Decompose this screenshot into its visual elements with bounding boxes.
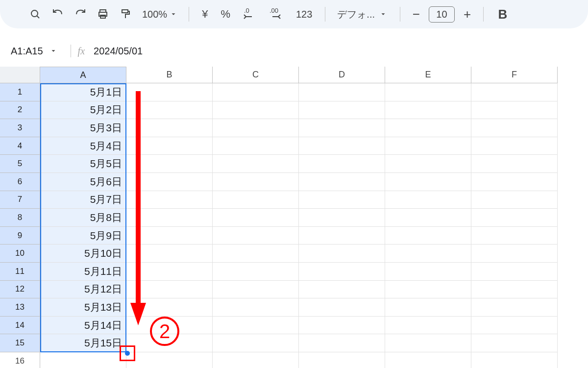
cell[interactable] bbox=[385, 209, 471, 227]
cell[interactable] bbox=[126, 281, 213, 299]
cell[interactable] bbox=[126, 352, 213, 368]
cell[interactable] bbox=[385, 173, 471, 191]
cell[interactable] bbox=[213, 83, 299, 101]
cell[interactable] bbox=[126, 83, 213, 101]
cell[interactable] bbox=[385, 191, 471, 209]
row-header[interactable]: 6 bbox=[0, 173, 40, 191]
cell[interactable] bbox=[471, 227, 558, 245]
cell[interactable] bbox=[471, 83, 558, 101]
undo-icon[interactable] bbox=[48, 4, 68, 24]
cell[interactable] bbox=[213, 227, 299, 245]
cell[interactable] bbox=[385, 101, 471, 120]
cell[interactable] bbox=[213, 101, 299, 120]
cell[interactable] bbox=[471, 173, 558, 191]
cell[interactable] bbox=[385, 334, 471, 352]
cell[interactable] bbox=[126, 137, 213, 155]
cell[interactable] bbox=[385, 227, 471, 245]
cell[interactable] bbox=[471, 209, 558, 227]
cell[interactable] bbox=[126, 101, 213, 120]
row-header[interactable]: 11 bbox=[0, 263, 40, 281]
cell[interactable] bbox=[126, 191, 213, 209]
cell[interactable] bbox=[213, 209, 299, 227]
column-header-e[interactable]: E bbox=[385, 67, 471, 83]
cell[interactable] bbox=[385, 245, 471, 263]
select-all-corner[interactable] bbox=[0, 67, 40, 83]
cell[interactable] bbox=[299, 155, 385, 173]
row-header[interactable]: 2 bbox=[0, 101, 40, 120]
format-currency-button[interactable]: ¥ bbox=[197, 8, 213, 21]
cell[interactable]: 5月10日 bbox=[40, 245, 126, 263]
font-size-input[interactable]: 10 bbox=[429, 6, 454, 23]
cell[interactable] bbox=[126, 317, 213, 335]
row-header[interactable]: 14 bbox=[0, 317, 40, 335]
cell[interactable]: 5月7日 bbox=[40, 191, 126, 209]
cell[interactable] bbox=[385, 119, 471, 137]
formula-input[interactable]: 2024/05/01 bbox=[94, 46, 143, 57]
row-header[interactable]: 15 bbox=[0, 334, 40, 352]
cell[interactable] bbox=[213, 119, 299, 137]
cell[interactable]: 5月6日 bbox=[40, 173, 126, 191]
cell[interactable] bbox=[213, 263, 299, 281]
cell[interactable] bbox=[299, 352, 385, 368]
cell[interactable] bbox=[126, 227, 213, 245]
cell[interactable] bbox=[385, 281, 471, 299]
row-header[interactable]: 8 bbox=[0, 209, 40, 227]
cell[interactable] bbox=[471, 119, 558, 137]
cell[interactable] bbox=[471, 245, 558, 263]
increase-decimal-button[interactable]: .00 bbox=[265, 6, 288, 23]
cell[interactable] bbox=[471, 317, 558, 335]
cell[interactable] bbox=[213, 245, 299, 263]
row-header[interactable]: 3 bbox=[0, 119, 40, 137]
row-header[interactable]: 16 bbox=[0, 352, 40, 368]
row-header[interactable]: 7 bbox=[0, 191, 40, 209]
cell[interactable] bbox=[299, 137, 385, 155]
cell[interactable] bbox=[299, 191, 385, 209]
cell[interactable] bbox=[213, 191, 299, 209]
cell[interactable] bbox=[299, 227, 385, 245]
cell[interactable] bbox=[299, 83, 385, 101]
cell[interactable] bbox=[471, 281, 558, 299]
cell[interactable] bbox=[299, 281, 385, 299]
cell[interactable] bbox=[385, 298, 471, 317]
cell[interactable] bbox=[385, 352, 471, 368]
cell[interactable] bbox=[471, 263, 558, 281]
cell[interactable] bbox=[385, 137, 471, 155]
cell[interactable]: 5月8日 bbox=[40, 209, 126, 227]
cell[interactable] bbox=[299, 101, 385, 120]
cell[interactable] bbox=[126, 263, 213, 281]
font-family-dropdown[interactable]: デフォ... bbox=[333, 8, 392, 21]
cell[interactable]: 5月1日 bbox=[40, 83, 126, 101]
cell[interactable]: 5月3日 bbox=[40, 119, 126, 137]
row-header[interactable]: 12 bbox=[0, 281, 40, 299]
cell[interactable] bbox=[471, 334, 558, 352]
column-header-c[interactable]: C bbox=[213, 67, 299, 83]
cell[interactable] bbox=[213, 173, 299, 191]
cell[interactable]: 5月14日 bbox=[40, 317, 126, 335]
cell[interactable] bbox=[471, 101, 558, 120]
cell[interactable] bbox=[213, 137, 299, 155]
cell[interactable] bbox=[385, 263, 471, 281]
row-header[interactable]: 4 bbox=[0, 137, 40, 155]
cell[interactable] bbox=[213, 298, 299, 317]
cell[interactable]: 5月12日 bbox=[40, 281, 126, 299]
search-icon[interactable] bbox=[25, 4, 45, 24]
cell[interactable] bbox=[299, 317, 385, 335]
cell[interactable] bbox=[213, 352, 299, 368]
cell[interactable] bbox=[471, 352, 558, 368]
cell[interactable] bbox=[126, 155, 213, 173]
cell[interactable]: 5月4日 bbox=[40, 137, 126, 155]
cell[interactable] bbox=[126, 245, 213, 263]
cell[interactable] bbox=[299, 209, 385, 227]
paint-format-icon[interactable] bbox=[116, 4, 135, 24]
format-percent-button[interactable]: % bbox=[216, 8, 235, 21]
name-box[interactable]: A1:A15 bbox=[4, 46, 64, 57]
column-header-d[interactable]: D bbox=[299, 67, 385, 83]
cell[interactable] bbox=[40, 352, 126, 368]
cell[interactable]: 5月2日 bbox=[40, 101, 126, 120]
cell[interactable]: 5月13日 bbox=[40, 298, 126, 317]
decrease-decimal-button[interactable]: .0 bbox=[238, 6, 262, 23]
cell[interactable] bbox=[213, 334, 299, 352]
print-icon[interactable] bbox=[93, 4, 113, 24]
cell[interactable]: 5月11日 bbox=[40, 263, 126, 281]
cell[interactable] bbox=[126, 119, 213, 137]
